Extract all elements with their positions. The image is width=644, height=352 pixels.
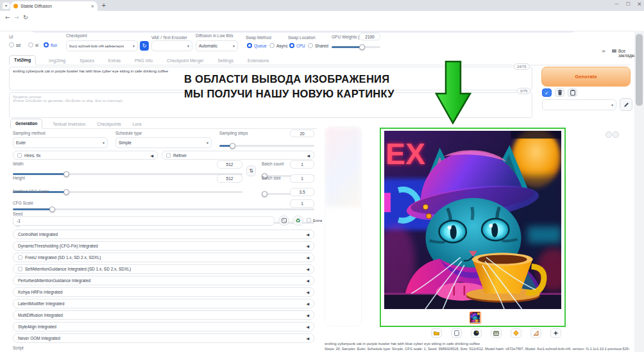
tab-close-icon[interactable]: × — [90, 4, 94, 9]
refiner-section[interactable]: Refiner ◀ — [162, 151, 314, 160]
slider-thumb[interactable] — [262, 191, 267, 197]
window-maximize-icon[interactable]: □ — [626, 1, 631, 6]
seed-input[interactable]: -1 — [13, 216, 275, 226]
send-to-extras-button[interactable] — [530, 328, 541, 338]
accordion-perturbed-attention-guidance[interactable]: PerturbedAttentionGuidance Integrated◀ — [13, 276, 314, 285]
styles-dropdown[interactable]: ▾ — [542, 99, 616, 110]
accordion-stylealign[interactable]: StyleAlign Integrated◀ — [13, 322, 314, 331]
forward-icon[interactable]: → — [14, 14, 19, 21]
tab-txt2img[interactable]: Txt2img — [9, 55, 36, 65]
accordion-dynamic-thresholding[interactable]: DynamicThresholding (CFG-Fix) Integrated… — [13, 241, 314, 251]
tab-settings[interactable]: Settings — [216, 56, 235, 65]
refresh-icon[interactable]: ↻ — [23, 14, 28, 21]
tab-checkpoints[interactable]: Checkpoints — [96, 120, 122, 128]
green-arrow — [435, 60, 472, 126]
slider-thumb[interactable] — [64, 189, 69, 195]
ui-radio-flux[interactable]: flux — [44, 42, 57, 47]
swap-location-shared-radio[interactable]: Shared — [308, 43, 328, 48]
slider-thumb[interactable] — [64, 171, 69, 177]
tab-spaces[interactable]: Spaces — [78, 56, 96, 65]
gallery-undo-icon[interactable] — [606, 131, 612, 138]
open-folder-button[interactable] — [431, 328, 442, 338]
collapse-arrow-icon[interactable]: ◀ — [307, 153, 310, 158]
save-image-button[interactable] — [451, 328, 462, 338]
hires-fix-section[interactable]: Hires. fix ◀ — [13, 151, 158, 160]
swap-dimensions-button[interactable]: ⇅ — [246, 165, 256, 176]
gpu-weights-slider[interactable] — [332, 46, 380, 48]
accordion-controlnet[interactable]: ControlNet Integrated◀ — [13, 230, 314, 239]
sampling-method-label: Sampling method — [13, 131, 46, 135]
accordion-self-attention-guidance[interactable]: SelfAttentionGuidance Integrated (SD 1.x… — [13, 264, 314, 274]
swap-location-cpu-radio[interactable]: CPU — [289, 43, 305, 48]
gpu-weights-input[interactable]: 2100 — [359, 33, 380, 40]
gallery-close-icon[interactable] — [613, 131, 619, 138]
ui-radio-xl[interactable]: xl — [28, 42, 38, 47]
paste-generation-params-button[interactable]: ↙ — [542, 88, 552, 97]
tab-extras[interactable]: Extras — [107, 56, 122, 65]
checkbox-icon[interactable] — [18, 267, 22, 271]
refresh-checkpoint-button[interactable]: ↻ — [140, 41, 149, 51]
accordion-multidiffusion[interactable]: MultiDiffusion Integrated◀ — [13, 310, 314, 320]
hidden-bookmarks-icon[interactable]: ≫ — [602, 49, 606, 53]
distilled-cfg-input[interactable]: 3.5 — [290, 188, 314, 196]
upscale-button[interactable] — [550, 328, 561, 338]
checkbox-icon[interactable] — [18, 255, 22, 260]
generated-image[interactable] — [384, 131, 562, 309]
slider-thumb[interactable] — [359, 44, 365, 50]
swap-method-async-radio[interactable]: Async — [269, 43, 288, 48]
scrollbar-thumb[interactable] — [636, 34, 643, 106]
width-slider[interactable] — [13, 173, 242, 175]
window-minimize-icon[interactable]: — — [614, 1, 619, 6]
hires-fix-label: Hires. fix — [24, 153, 148, 158]
height-input[interactable]: 512 — [217, 174, 242, 183]
vae-dropdown[interactable]: ▾ — [151, 40, 192, 51]
reuse-seed-button[interactable]: ♻ — [292, 215, 303, 226]
accordion-latent-modifier[interactable]: LatentModifier Integrated◀ — [13, 299, 314, 308]
tab-textual-inversion[interactable]: Textual Inversion — [51, 120, 87, 128]
swap-method-queue-radio[interactable]: Queue — [247, 43, 267, 48]
favicon-icon — [13, 4, 18, 8]
schedule-type-dropdown[interactable]: Simple▾ — [115, 137, 212, 148]
low-bits-dropdown[interactable]: Automatic▾ — [196, 40, 238, 51]
batch-count-input[interactable]: 1 — [290, 160, 314, 169]
collapse-arrow-icon[interactable]: ◀ — [150, 153, 153, 158]
browser-tab[interactable]: Stable Diffusion × — [10, 1, 97, 11]
tab-png-info[interactable]: PNG Info — [133, 56, 154, 65]
edit-styles-button[interactable] — [620, 98, 632, 111]
generate-button[interactable]: Generate — [541, 67, 631, 87]
send-to-img2img-button[interactable] — [491, 328, 502, 338]
ui-radio-sd[interactable]: sd — [9, 42, 21, 47]
tab-search-chevron-icon[interactable]: ▾ — [3, 3, 10, 9]
tab-checkpoint-merger[interactable]: Checkpoint Merger — [165, 56, 205, 65]
new-tab-button[interactable]: + — [101, 2, 106, 8]
tab-generation[interactable]: Generation — [10, 119, 42, 129]
save-zip-button[interactable] — [471, 328, 482, 338]
cfg-scale-input[interactable]: 1 — [290, 199, 314, 208]
accordion-never-oom[interactable]: Never OOM Integrated◀ — [13, 333, 314, 343]
tab-extensions[interactable]: Extensions — [246, 56, 270, 65]
checkpoint-dropdown[interactable]: flux1-schnell-bnb-nf4.safetensors ▾ — [66, 40, 138, 51]
checkbox-icon[interactable] — [166, 153, 171, 158]
gallery-thumbnail[interactable] — [470, 312, 481, 324]
back-icon[interactable]: ← — [5, 14, 10, 21]
slider-thumb[interactable] — [49, 206, 55, 212]
random-seed-button[interactable] — [278, 215, 289, 226]
accordion-kohya-hrfix[interactable]: Kohya HRFix Integrated◀ — [13, 287, 314, 297]
checkbox-icon[interactable] — [17, 153, 22, 158]
distilled-cfg-slider[interactable] — [13, 208, 314, 210]
tab-img2img[interactable]: Img2img — [47, 56, 67, 65]
accordion-freeu[interactable]: FreeU Integrated (SD 1.x, SD 2.x, SDXL)◀ — [13, 253, 314, 262]
tab-lora[interactable]: Lora — [131, 120, 143, 128]
sampling-method-dropdown[interactable]: Euler▾ — [13, 137, 108, 148]
page-scrollbar[interactable] — [634, 31, 644, 352]
slider-thumb[interactable] — [230, 143, 235, 149]
sampling-steps-slider[interactable] — [219, 145, 314, 147]
window-close-icon[interactable]: × — [637, 1, 642, 7]
extra-seed-checkbox[interactable]: Extra — [307, 218, 322, 222]
send-to-inpaint-button[interactable] — [511, 328, 521, 338]
clear-prompt-button[interactable] — [555, 88, 564, 97]
sampling-steps-input[interactable]: 20 — [290, 130, 314, 137]
batch-size-input[interactable]: 1 — [290, 174, 314, 183]
apply-styles-button[interactable] — [568, 88, 577, 97]
width-input[interactable]: 512 — [217, 160, 242, 169]
